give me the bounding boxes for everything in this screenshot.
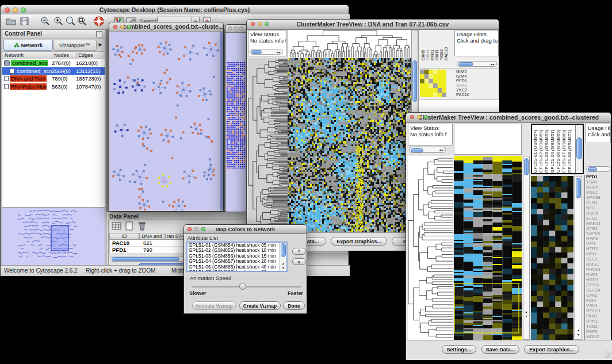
attribute-list-item[interactable]: GPL51-07 (GSM868) heat shock 60 min xyxy=(188,270,278,272)
delete-attribute-icon[interactable] xyxy=(137,221,148,232)
column-edges[interactable]: Edges xyxy=(76,52,93,59)
tv1-heatmap[interactable] xyxy=(288,58,411,232)
tab-overflow-icon[interactable]: ▶ xyxy=(97,41,104,48)
minimize-icon[interactable] xyxy=(194,227,198,231)
minimize-icon[interactable] xyxy=(417,115,421,119)
network-nodes-count: 769(0) xyxy=(52,75,67,82)
new-attribute-icon[interactable] xyxy=(124,221,136,232)
tv2-column-label: GPL51-07 (GSM868) xyxy=(561,126,567,173)
minimize-icon[interactable] xyxy=(13,7,18,13)
data-row-id: PAC10 xyxy=(112,240,129,247)
tab-vizmapper[interactable]: VizMapper™ xyxy=(53,40,97,51)
zoom-window-icon[interactable] xyxy=(21,7,26,13)
minimize-icon[interactable] xyxy=(234,26,238,30)
close-icon[interactable] xyxy=(5,7,10,13)
tv2-column-label: GPL51-03 (GSM856) xyxy=(544,126,549,173)
tv2-status-scrollbar[interactable]: ◂▸ xyxy=(409,147,446,153)
tv1-column-dendrogram[interactable] xyxy=(288,30,412,58)
data-row-id: PFD1 xyxy=(112,247,126,254)
export-graphics-button[interactable]: Export Graphics... xyxy=(331,237,387,246)
save-session-icon[interactable] xyxy=(19,16,30,27)
main-titlebar[interactable]: Cytoscape Desktop (Session Name: collins… xyxy=(1,5,349,15)
network-edges-count: 183728(0) xyxy=(76,75,101,82)
zoom-window-icon[interactable] xyxy=(239,26,243,30)
treeview2-title: ClusterMaker TreeView : combined_scores_… xyxy=(418,114,599,121)
zoom-in-icon[interactable] xyxy=(53,16,64,27)
data-row-value: 621 xyxy=(143,240,152,247)
move-down-button[interactable]: v xyxy=(292,258,306,265)
gene-label[interactable]: MON2 xyxy=(586,335,612,340)
dialog-title: Map Colors to Network xyxy=(216,226,275,232)
resize-grip[interactable] xyxy=(604,351,611,358)
treeview2-titlebar[interactable]: ClusterMaker TreeView : combined_scores_… xyxy=(406,113,611,123)
create-vizmap-button[interactable]: Create Vizmap xyxy=(239,301,281,310)
close-icon[interactable] xyxy=(188,227,192,231)
column-network[interactable]: Network xyxy=(5,52,24,59)
tv2-column-label: GPL51-04 (GSM857) xyxy=(550,126,555,173)
animate-vizmap-button[interactable]: Animate Vizmap xyxy=(192,301,236,310)
data-panel-hscrollbar[interactable] xyxy=(110,256,185,262)
speed-slider-thumb[interactable] xyxy=(239,283,246,290)
birdseye-view[interactable] xyxy=(2,208,105,265)
tv2-column-dendrogram[interactable] xyxy=(454,124,522,155)
tv1-column-labels: GIM5GIM4PFD1GIM3YKE2PAC10 xyxy=(420,30,449,60)
float-panel-icon[interactable] xyxy=(96,31,102,37)
minimize-icon[interactable] xyxy=(258,22,262,26)
column-nodes[interactable]: Nodes xyxy=(52,52,69,59)
tv1-row-dendrogram[interactable] xyxy=(248,58,288,232)
close-icon[interactable] xyxy=(113,25,117,29)
export-graphics-button[interactable]: Export Graphics... xyxy=(524,345,579,354)
settings-button[interactable]: Settings... xyxy=(442,345,476,354)
tv2-heatmap[interactable] xyxy=(454,156,522,340)
attribute-list-label: Attribute List xyxy=(188,235,218,241)
speed-slider-track[interactable] xyxy=(192,286,301,288)
table-icon[interactable] xyxy=(112,221,123,232)
tv1-usage-hints: Usage HintsClick and drag to xyxy=(454,30,499,56)
network-view-titlebar[interactable]: combined_scores_good.txt--cluste... xyxy=(109,22,223,32)
tv2-column-labels-scrollbar[interactable] xyxy=(575,125,583,173)
treeview1-titlebar[interactable]: ClusterMaker TreeView : DNA and Tran 07-… xyxy=(247,20,499,30)
save-data-button[interactable]: Save Data... xyxy=(481,345,519,354)
tab-network[interactable]: Network xyxy=(3,40,53,51)
tv1-column-label: GIM4 xyxy=(425,32,430,60)
treeview2-window: ClusterMaker TreeView : combined_scores_… xyxy=(406,112,611,359)
move-up-button[interactable]: ^ xyxy=(292,248,306,255)
done-button[interactable]: Done xyxy=(283,301,305,310)
minimize-icon[interactable] xyxy=(120,25,124,29)
dialog-titlebar[interactable]: Map Colors to Network xyxy=(184,225,307,234)
close-icon[interactable] xyxy=(410,115,414,119)
tv1-hscrollbar[interactable]: ◂▸ xyxy=(457,61,497,67)
zoom-out-icon[interactable] xyxy=(40,16,51,27)
desktop: Cytoscape Desktop (Session Name: collins… xyxy=(0,0,612,364)
network-list: combined_scores2764(0)16218(0)combined_s… xyxy=(2,59,105,207)
network-folder-icon xyxy=(4,60,10,66)
animation-speed-group: Animation Speed Slower Faster xyxy=(186,278,307,297)
tv1-status-scrollbar[interactable]: ◂▸ xyxy=(250,49,283,55)
zoom-window-icon[interactable] xyxy=(424,115,428,119)
help-lifering-icon[interactable] xyxy=(93,16,105,27)
tv1-row-label: PAC10 xyxy=(456,93,481,97)
tv2-heatmap-scrollbar[interactable]: ▴▾ xyxy=(523,156,530,340)
network-row[interactable]: DNA and Tran 07769(0)183728(0) xyxy=(2,75,105,83)
close-icon[interactable] xyxy=(251,22,255,26)
tv1-selected-cluster-heatmap[interactable] xyxy=(420,70,446,97)
network-row[interactable]: combined_scores2764(0)16218(0) xyxy=(2,59,105,67)
zoom-selected-icon[interactable] xyxy=(65,16,76,27)
tv2-row-dendrogram[interactable] xyxy=(408,156,453,340)
zoom-fit-icon[interactable] xyxy=(76,16,88,27)
tv2-detail-scrollbar[interactable]: ▴▾ xyxy=(575,176,582,340)
data-column-id[interactable]: ID xyxy=(109,233,139,240)
zoom-window-icon[interactable] xyxy=(127,25,131,29)
close-icon[interactable] xyxy=(228,26,232,30)
network-row[interactable]: combined_sco2569(6)13112(15) xyxy=(2,67,105,75)
attribute-list-scrollbar[interactable]: ▴▾ xyxy=(280,243,286,271)
network-doc-icon xyxy=(4,76,9,81)
zoom-window-icon[interactable] xyxy=(265,22,269,26)
attribute-list[interactable]: GPL51-01 (GSM854) heat shock 05 minGPL51… xyxy=(186,242,288,272)
tv2-usage-scrollbar[interactable] xyxy=(586,166,610,172)
zoom-window-icon[interactable] xyxy=(201,227,205,231)
network-row[interactable]: RNAPuberNov2+563(0)107847(0) xyxy=(2,83,105,91)
network-canvas[interactable] xyxy=(110,32,220,210)
tv2-detail-heatmap[interactable] xyxy=(531,176,573,340)
open-session-icon[interactable] xyxy=(5,16,17,27)
